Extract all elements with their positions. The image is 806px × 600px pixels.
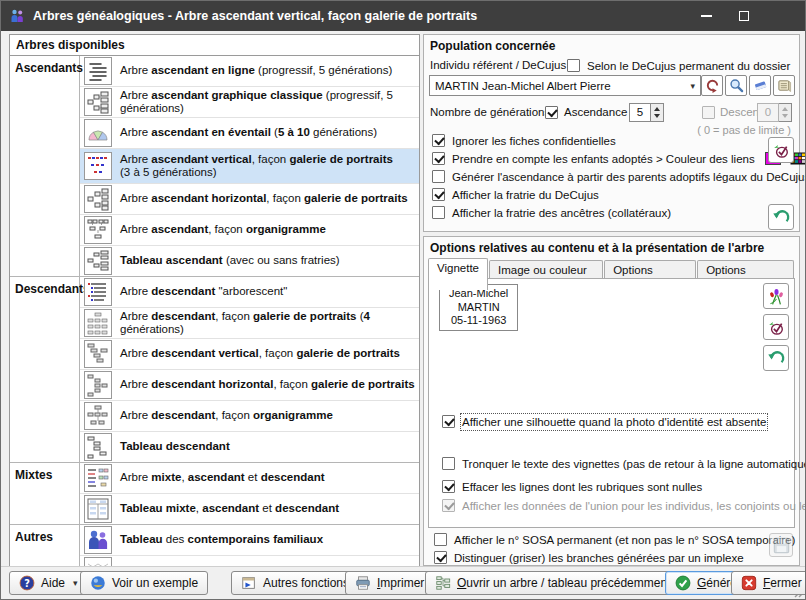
- tree-items: Arbre mixte, ascendant et descendantTabl…: [80, 463, 419, 524]
- swap-referent-button[interactable]: [701, 75, 723, 96]
- apply-button[interactable]: [763, 314, 789, 340]
- vertical-gallery-icon: [84, 152, 112, 180]
- spin-up-icon: [782, 107, 788, 111]
- tree-item-label: Tableau des contemporains familiaux: [120, 533, 323, 547]
- asc-orgchart-icon: [84, 216, 112, 244]
- close-window-button[interactable]: [771, 5, 793, 27]
- checkbox-row[interactable]: Effacer les lignes dont les rubriques so…: [442, 480, 784, 496]
- maximize-button[interactable]: [733, 5, 755, 27]
- checkbox-row[interactable]: Afficher une silhouette quand la photo d…: [442, 415, 784, 431]
- checkbox-row[interactable]: Afficher la fratrie des ancêtres (collat…: [432, 206, 763, 222]
- search-person-button[interactable]: [725, 75, 747, 96]
- close-red-icon: [741, 575, 757, 591]
- referent-combobox[interactable]: MARTIN Jean-Michel Albert Pierre ▾: [429, 75, 701, 96]
- spinner-arrows: [779, 103, 792, 122]
- checkbox-label: Afficher la fratrie du DeCujus: [452, 188, 599, 202]
- tree-items: Arbre ascendant en ligne (progressif, 5 …: [80, 56, 419, 276]
- tree-item[interactable]: Arbre ascendant vertical, façon galerie …: [80, 148, 419, 183]
- checkbox-label: Afficher la fratrie des ancêtres (collat…: [452, 206, 671, 220]
- checkbox-label: Distinguer (griser) les branches générée…: [454, 551, 744, 565]
- ascendance-checkbox[interactable]: [545, 106, 558, 119]
- referent-toolbar: [701, 75, 795, 96]
- help-button[interactable]: ?Aide▾: [9, 571, 88, 595]
- tree-item[interactable]: Arbre ascendant, façon organigramme: [80, 214, 419, 245]
- spin-up-icon: [654, 107, 660, 111]
- options-header: Options relatives au contenu et à la pré…: [430, 241, 764, 255]
- mixed-table-icon: [84, 495, 112, 523]
- tree-item[interactable]: Arbre descendant "arborescent": [80, 277, 419, 307]
- tab-vignette[interactable]: Vignette: [428, 258, 488, 290]
- checkbox-row[interactable]: Ignorer les fiches confidentielles: [432, 134, 763, 150]
- tree-item[interactable]: Arbre descendant vertical, façon galerie…: [80, 338, 419, 369]
- reset-population-button[interactable]: [768, 204, 794, 230]
- tree-item-label: Tableau descendant: [120, 440, 230, 454]
- ascendance-value: 5: [629, 103, 651, 122]
- view-example-button[interactable]: Voir un exemple: [80, 571, 208, 595]
- population-checkbox-list: Ignorer les fiches confidentiellesPrendr…: [432, 134, 763, 222]
- checkbox-label: Tronquer le texte des vignettes (pas de …: [462, 457, 806, 471]
- checkbox[interactable]: [432, 134, 445, 147]
- checkbox[interactable]: [432, 206, 445, 219]
- checkbox-label: Effacer les lignes dont les rubriques so…: [462, 480, 702, 494]
- tree-item[interactable]: Arbre mixte, ascendant et descendant: [80, 463, 419, 493]
- validate-options-button[interactable]: [768, 137, 794, 163]
- tree-item[interactable]: Arbre ascendant en ligne (progressif, 5 …: [80, 56, 419, 86]
- checkbox-row[interactable]: Prendre en compte les enfants adoptés > …: [432, 152, 763, 168]
- dropdown-arrow-icon[interactable]: ▾: [73, 578, 78, 588]
- vignette-birthdate: 05-11-1963: [449, 314, 508, 328]
- tree-item[interactable]: Tableau descendant: [80, 431, 419, 462]
- desc-orgchart-icon: [84, 402, 112, 430]
- tree-item[interactable]: Arbre ascendant en éventail (5 à 10 géné…: [80, 117, 419, 148]
- close-button[interactable]: Fermer: [731, 571, 806, 595]
- genealogy-trees-dialog: Arbres généalogiques - Arbre ascendant v…: [0, 0, 806, 600]
- tree-item-label: Arbre mixte, ascendant et descendant: [120, 471, 325, 485]
- tree-item[interactable]: Tableau ascendant (avec ou sans fratries…: [80, 245, 419, 276]
- checkbox[interactable]: [567, 59, 580, 72]
- printer-icon: [355, 575, 371, 591]
- category-label: Descendants: [10, 277, 80, 462]
- reset-vignette-button[interactable]: [763, 345, 789, 371]
- spinner-arrows[interactable]: [651, 103, 664, 122]
- checkbox[interactable]: [442, 480, 455, 493]
- tree-item[interactable]: Arbre descendant horizontal, façon galer…: [80, 369, 419, 400]
- vignette-preview-card: Jean-Michel MARTIN 05-11-1963: [439, 284, 518, 331]
- tree-item-label: Arbre descendant, façon galerie de portr…: [120, 310, 417, 337]
- checkbox-row[interactable]: Générer l'ascendance à partir des parent…: [432, 170, 763, 186]
- example-icon: [90, 575, 106, 591]
- tree-item[interactable]: Tableau mixte, ascendant et descendant: [80, 493, 419, 524]
- tree-group-mixtes: MixtesArbre mixte, ascendant et descenda…: [10, 462, 419, 524]
- tree-item-label: Tableau ascendant (avec ou sans fratries…: [120, 254, 340, 268]
- checkbox-row[interactable]: Afficher le n° SOSA permanent (et non pa…: [434, 533, 759, 549]
- checkbox-row[interactable]: Tronquer le texte des vignettes (pas de …: [442, 457, 784, 473]
- decoration-button[interactable]: [763, 283, 789, 309]
- arborescent-icon: [84, 278, 112, 306]
- checkbox[interactable]: [432, 152, 445, 165]
- chevron-down-icon[interactable]: ▾: [690, 81, 695, 91]
- checkbox-label: Ignorer les fiches confidentielles: [452, 134, 616, 148]
- tree-items: Arbre descendant "arborescent"Arbre desc…: [80, 277, 419, 462]
- tree-item[interactable]: Arbre ascendant graphique classique (pro…: [80, 86, 419, 117]
- classic-tree-icon: [84, 88, 112, 116]
- checkbox-label: Afficher le n° SOSA permanent (et non pa…: [454, 533, 795, 547]
- address-book-button[interactable]: [773, 75, 795, 96]
- tree-item[interactable]: Tableau des contemporains familiaux: [80, 525, 419, 555]
- checkbox[interactable]: [432, 188, 445, 201]
- checkbox[interactable]: [434, 533, 447, 546]
- tree-item[interactable]: Arbre descendant, façon organigramme: [80, 400, 419, 431]
- window-title: Arbres généalogiques - Arbre ascendant v…: [33, 9, 477, 23]
- checkbox-row[interactable]: Distinguer (griser) les branches générée…: [434, 551, 759, 567]
- permanent-decujus-checkbox-row[interactable]: Selon le DeCujus permanent du dossier: [567, 59, 790, 75]
- checkbox[interactable]: [434, 551, 447, 564]
- checkbox-row: Afficher les données de l'union pour les…: [442, 499, 784, 515]
- clear-referent-button[interactable]: [749, 75, 771, 96]
- tree-item[interactable]: Arbre ascendant horizontal, façon galeri…: [80, 183, 419, 214]
- checkbox[interactable]: [432, 170, 445, 183]
- minimize-button[interactable]: [695, 5, 717, 27]
- category-label: Ascendants: [10, 56, 80, 276]
- ascendance-spinner[interactable]: 5: [629, 103, 664, 122]
- checkbox-row[interactable]: Afficher la fratrie du DeCujus: [432, 188, 763, 204]
- checkbox[interactable]: [442, 415, 455, 428]
- double-check-icon: [772, 141, 791, 160]
- checkbox[interactable]: [442, 457, 455, 470]
- tree-item[interactable]: Arbre descendant, façon galerie de portr…: [80, 307, 419, 338]
